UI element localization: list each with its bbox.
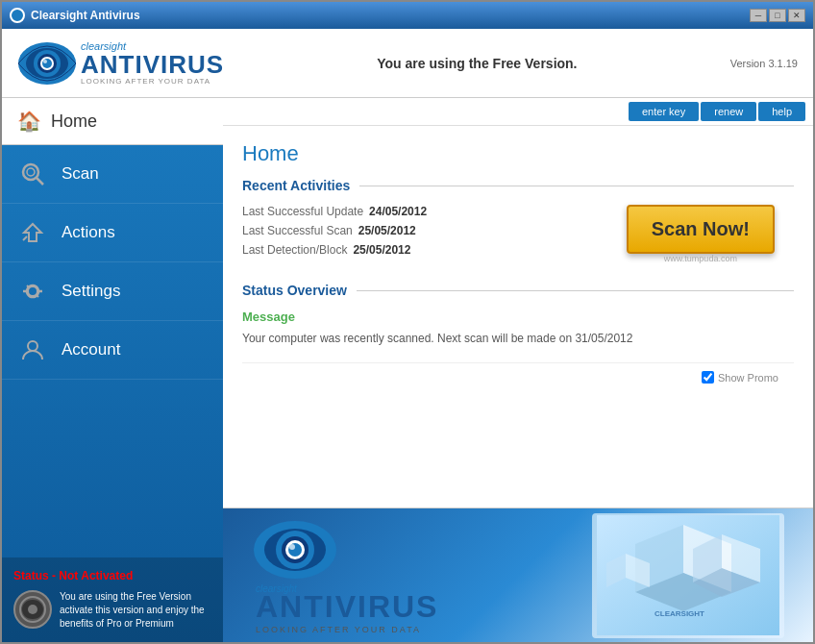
activities-list: Last Successful Update 24/05/2012 Last S… (242, 205, 607, 262)
svg-point-24 (289, 544, 295, 550)
promo-image: CLEARSIGHT (592, 513, 784, 638)
sidebar-actions-label: Actions (62, 223, 115, 242)
sidebar-scan-label: Scan (62, 164, 99, 184)
status-title: Status - Not Activated (13, 569, 211, 582)
activity-row-update: Last Successful Update 24/05/2012 (242, 205, 607, 218)
svg-point-6 (43, 60, 47, 63)
show-promo-text: Show Promo (718, 372, 778, 384)
message-text: Your computer was recently scanned. Next… (242, 330, 794, 347)
page-content: Home Recent Activities Last Successful U… (223, 126, 813, 508)
show-promo-label[interactable]: Show Promo (702, 371, 778, 384)
section-divider (359, 186, 794, 186)
sidebar-item-settings[interactable]: Settings (2, 262, 223, 321)
svg-point-17 (28, 605, 37, 614)
sidebar-item-scan[interactable]: Scan (2, 145, 223, 204)
help-button[interactable]: help (758, 102, 805, 121)
recent-activities-header: Recent Activities (242, 178, 794, 193)
window-controls: ─ □ ✕ (750, 9, 805, 22)
minimize-button[interactable]: ─ (750, 9, 767, 22)
svg-text:CLEARSIGHT: CLEARSIGHT (654, 609, 704, 618)
scan-now-button[interactable]: Scan Now! (627, 205, 775, 254)
header-version: Version 3.1.19 (730, 58, 798, 69)
recent-activities-title: Recent Activities (242, 178, 350, 193)
section-divider-2 (357, 290, 794, 291)
logo-text: clearsight ANTIVIRUS LOOKING AFTER YOUR … (81, 40, 224, 86)
recent-activities-section: Recent Activities Last Successful Update… (242, 178, 794, 263)
status-overview-title: Status Overview (242, 283, 347, 298)
activities-with-scan: Last Successful Update 24/05/2012 Last S… (242, 205, 794, 263)
home-icon: 🏠 (17, 110, 41, 133)
sidebar-home-label: Home (51, 111, 97, 132)
svg-line-9 (37, 178, 43, 185)
sidebar-account-label: Account (62, 340, 120, 359)
promo-brand-sub: LOOKING AFTER YOUR DATA (256, 625, 438, 634)
scan-button-area: Scan Now! www.tumpuda.com (607, 205, 794, 263)
sidebar-settings-label: Settings (62, 282, 120, 301)
status-overview-header: Status Overview (242, 283, 794, 298)
sidebar: 🏠 Home Scan (2, 98, 223, 642)
svg-line-13 (37, 295, 38, 297)
promo-banner: clearsight ANTIVIRUS LOOKING AFTER YOUR … (223, 508, 813, 642)
status-icon (13, 590, 52, 629)
close-button[interactable]: ✕ (788, 9, 805, 22)
sidebar-item-account[interactable]: Account (2, 321, 223, 380)
account-icon (17, 334, 48, 365)
sidebar-item-home[interactable]: 🏠 Home (2, 98, 223, 145)
svg-point-15 (28, 341, 37, 351)
app-header: clearsight ANTIVIRUS LOOKING AFTER YOUR … (2, 29, 813, 98)
promo-eye-icon (252, 516, 338, 583)
renew-button[interactable]: renew (701, 102, 756, 121)
status-overview-section: Status Overview Message Your computer wa… (242, 283, 794, 347)
scan-icon (17, 159, 48, 189)
settings-icon (17, 276, 48, 307)
watermark: www.tumpuda.com (664, 254, 737, 263)
show-promo-area: Show Promo (242, 362, 794, 391)
detection-value: 25/05/2012 (353, 243, 410, 257)
sidebar-item-actions[interactable]: Actions (2, 204, 223, 262)
content-area: enter key renew help Home Recent Activit… (223, 98, 813, 642)
status-description: You are using the Free Version activate … (60, 590, 211, 631)
svg-point-5 (42, 59, 52, 68)
main-layout: 🏠 Home Scan (2, 98, 813, 642)
svg-point-8 (27, 168, 35, 176)
detection-label: Last Detection/Block (242, 243, 347, 257)
activity-row-scan: Last Successful Scan 25/05/2012 (242, 224, 607, 237)
promo-brand-main: ANTIVIRUS (256, 589, 438, 625)
svg-line-12 (27, 285, 29, 287)
svg-point-14 (28, 286, 37, 296)
actions-icon (17, 217, 48, 248)
message-label: Message (242, 310, 794, 324)
status-area: Status - Not Activated You are using the… (2, 557, 223, 642)
scan-value: 25/05/2012 (358, 224, 416, 237)
enter-key-button[interactable]: enter key (629, 102, 699, 121)
logo-eye-icon (17, 38, 77, 88)
top-nav-bar: enter key renew help (223, 98, 813, 126)
status-content: You are using the Free Version activate … (13, 590, 211, 631)
promo-logo: clearsight ANTIVIRUS LOOKING AFTER YOUR … (252, 516, 438, 634)
logo-brand-main: ANTIVIRUS (81, 52, 224, 77)
show-promo-checkbox[interactable] (702, 371, 714, 384)
update-value: 24/05/2012 (369, 205, 427, 218)
logo-area: clearsight ANTIVIRUS LOOKING AFTER YOUR … (17, 38, 224, 88)
app-icon (10, 8, 25, 23)
main-window: Clearsight Antivirus ─ □ ✕ clearsight (0, 0, 815, 644)
title-bar-left: Clearsight Antivirus (10, 8, 140, 23)
page-title: Home (242, 141, 794, 166)
update-label: Last Successful Update (242, 205, 363, 218)
title-bar: Clearsight Antivirus ─ □ ✕ (2, 2, 813, 29)
svg-point-7 (23, 164, 38, 180)
activity-row-detection: Last Detection/Block 25/05/2012 (242, 243, 607, 257)
window-title: Clearsight Antivirus (31, 9, 140, 22)
maximize-button[interactable]: □ (769, 9, 786, 22)
logo-brand-sub: LOOKING AFTER YOUR DATA (81, 77, 224, 86)
scan-label: Last Successful Scan (242, 224, 353, 237)
header-center-text: You are using the Free Version. (377, 56, 577, 71)
